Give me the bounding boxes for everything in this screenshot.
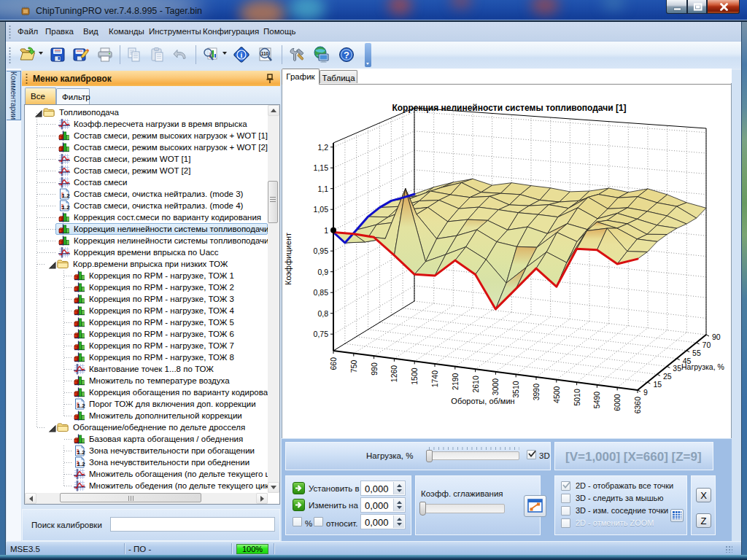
svg-text:9: 9 xyxy=(643,388,648,397)
svg-text:Обороты, об/мин: Обороты, об/мин xyxy=(451,397,514,405)
svg-text:3990: 3990 xyxy=(532,384,541,401)
svg-text:35: 35 xyxy=(673,364,681,373)
svg-text:0,75: 0,75 xyxy=(314,330,329,338)
svg-text:1740: 1740 xyxy=(430,370,439,388)
svg-text:Коэффициент: Коэффициент xyxy=(284,233,293,285)
svg-text:0,95: 0,95 xyxy=(314,246,329,255)
svg-text:5490: 5490 xyxy=(592,392,601,409)
svg-text:90: 90 xyxy=(712,332,721,341)
svg-text:6000: 6000 xyxy=(613,394,622,411)
svg-text:3000: 3000 xyxy=(491,378,500,396)
svg-text:i: i xyxy=(241,51,243,59)
svg-text:0,9: 0,9 xyxy=(317,268,328,276)
svg-text:?: ? xyxy=(344,50,349,61)
svg-text:15: 15 xyxy=(653,380,662,389)
svg-text:1,15: 1,15 xyxy=(314,163,329,172)
svg-text:2610: 2610 xyxy=(471,376,480,393)
svg-text:3510: 3510 xyxy=(511,381,520,398)
svg-text:750: 750 xyxy=(349,359,358,373)
svg-text:990: 990 xyxy=(370,362,379,376)
svg-text:5010: 5010 xyxy=(573,389,581,406)
svg-text:25: 25 xyxy=(663,372,672,381)
svg-text:1: 1 xyxy=(324,226,328,235)
svg-text:1,05: 1,05 xyxy=(314,205,329,214)
svg-text:1500: 1500 xyxy=(410,368,419,385)
svg-text:0,8: 0,8 xyxy=(317,309,328,318)
svg-text:1260: 1260 xyxy=(390,365,398,383)
svg-text:Коррекция нелинейности системы: Коррекция нелинейности системы топливопо… xyxy=(392,103,626,113)
svg-text:0,85: 0,85 xyxy=(314,288,329,297)
svg-text:55: 55 xyxy=(692,349,701,357)
svg-text:4500: 4500 xyxy=(552,386,561,403)
svg-text:660: 660 xyxy=(329,357,338,370)
svg-text:Нагрузка, %: Нагрузка, % xyxy=(681,362,724,371)
svg-text:110: 110 xyxy=(261,51,269,56)
svg-text:2190: 2190 xyxy=(451,373,460,390)
svg-text:6360: 6360 xyxy=(633,397,642,414)
svg-text:70: 70 xyxy=(703,341,711,349)
svg-text:1,1: 1,1 xyxy=(317,184,328,193)
svg-text:1,2: 1,2 xyxy=(317,143,328,152)
